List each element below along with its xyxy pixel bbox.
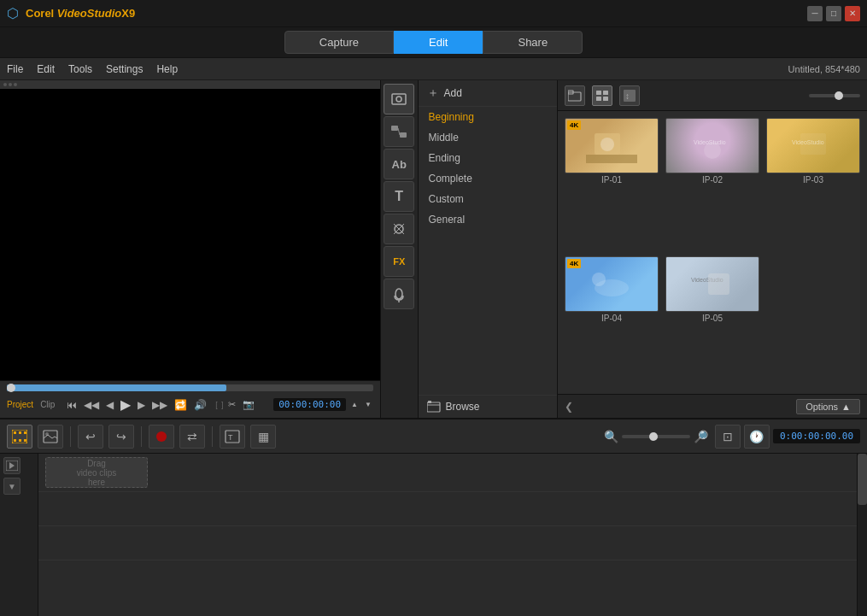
add-label[interactable]: Add <box>444 87 462 99</box>
play-button[interactable]: ▶ <box>119 395 132 414</box>
scrubber-bar[interactable] <box>7 384 373 391</box>
thumbnail-ip05: VideoStudio <box>665 256 759 312</box>
menu-help[interactable]: Help <box>156 63 178 75</box>
tab-share[interactable]: Share <box>483 31 583 54</box>
tab-capture[interactable]: Capture <box>284 31 394 54</box>
zoom-out-button[interactable]: 🔍 <box>604 430 618 443</box>
tl-record-button[interactable] <box>149 425 174 449</box>
title-track <box>38 560 857 595</box>
tl-img-button[interactable] <box>38 425 63 449</box>
project-label[interactable]: Project <box>7 400 33 409</box>
thumb-label-ip04: IP-04 <box>601 314 622 323</box>
effect-custom[interactable]: Custom <box>419 189 558 209</box>
svg-rect-3 <box>400 132 407 138</box>
step-back-button[interactable]: ◀ <box>104 397 115 413</box>
mode-tabs: Capture Edit Share <box>0 27 867 58</box>
list-item[interactable]: 4K IP-01 <box>565 118 659 249</box>
timecode-up[interactable]: ▲ <box>349 399 360 410</box>
trim-button[interactable]: ✂ <box>226 397 237 412</box>
list-item[interactable]: VideoStudio IP-03 <box>766 118 860 249</box>
track-icon-down[interactable]: ▼ <box>3 478 21 495</box>
project-info: Untitled, 854*480 <box>788 64 860 74</box>
list-item[interactable]: 4K IP-04 <box>565 256 659 388</box>
window-controls: ─ □ ✕ <box>807 6 860 21</box>
chevron-left-icon[interactable]: ❮ <box>565 401 573 413</box>
timeline-content: ▼ Drag video clips here <box>0 454 867 616</box>
zoom-slider-container <box>809 94 860 97</box>
tl-title-button[interactable]: T <box>220 425 245 449</box>
audio-tool-button[interactable] <box>384 279 414 309</box>
timecode-down[interactable]: ▼ <box>363 399 373 410</box>
zoom-in-button[interactable]: 🔎 <box>694 430 708 443</box>
maximize-button[interactable]: □ <box>826 6 841 21</box>
effects-panel: ＋ Add Beginning Middle Ending Complete C… <box>419 80 559 418</box>
svg-text:↕: ↕ <box>625 91 630 101</box>
tl-swap-button[interactable]: ⇄ <box>179 425 205 449</box>
menu-edit[interactable]: Edit <box>37 63 55 75</box>
scrollbar-vertical[interactable] <box>857 454 867 616</box>
zoom-slider-timeline[interactable] <box>622 435 690 438</box>
transition-tool-button[interactable] <box>384 116 414 147</box>
prev-frame-button[interactable]: ◀◀ <box>82 397 101 413</box>
track-icon-video[interactable] <box>3 457 21 474</box>
sort-icon[interactable]: ↕ <box>619 85 640 106</box>
play-end-button[interactable]: ▶▶ <box>150 397 169 413</box>
list-item[interactable]: VideoStudio IP-05 <box>665 256 759 388</box>
effect-middle[interactable]: Middle <box>419 127 558 148</box>
svg-rect-32 <box>14 439 16 442</box>
tab-edit[interactable]: Edit <box>394 31 483 54</box>
tl-grid-button[interactable]: ▦ <box>250 425 276 449</box>
track-icons-panel: ▼ <box>0 454 38 616</box>
badge-4k-ip01: 4K <box>567 120 581 130</box>
text-tool-button[interactable]: T <box>384 181 414 212</box>
fx-tool-button[interactable]: FX <box>384 246 414 277</box>
svg-rect-2 <box>391 126 398 131</box>
thumbnail-ip04: 4K <box>565 256 659 312</box>
timeline-toolbar: ↩ ↪ ⇄ T ▦ 🔍 🔎 ⊡ 🕐 0:00:00:00.00 <box>0 419 867 454</box>
menu-file[interactable]: File <box>7 63 23 75</box>
svg-point-25 <box>592 273 606 286</box>
minimize-button[interactable]: ─ <box>807 6 823 21</box>
titlebar: ⬡ Corel VideoStudioX9 ─ □ ✕ <box>0 0 867 27</box>
menu-tools[interactable]: Tools <box>68 63 92 75</box>
tl-clock-button[interactable]: 🕐 <box>744 425 770 449</box>
svg-rect-34 <box>24 439 26 442</box>
folder-icon[interactable] <box>565 85 585 106</box>
audio-track <box>38 492 857 526</box>
play-start-button[interactable]: ⏮ <box>65 397 79 413</box>
menu-settings[interactable]: Settings <box>106 63 143 75</box>
zoom-slider[interactable] <box>809 94 860 97</box>
tl-film-button[interactable] <box>7 425 32 449</box>
effects-add-bar: ＋ Add <box>419 80 558 107</box>
volume-button[interactable]: 🔊 <box>192 397 208 413</box>
view-icon[interactable] <box>592 85 612 106</box>
effect-general[interactable]: General <box>419 209 558 230</box>
thumbnails-panel: ↕ 4K IP-01 VideoStudio <box>558 80 867 418</box>
title-tool-button[interactable]: Ab <box>384 149 414 179</box>
effect-beginning[interactable]: Beginning <box>419 107 558 127</box>
media-tool-button[interactable] <box>384 84 414 114</box>
close-button[interactable]: ✕ <box>845 6 860 21</box>
tl-undo-button[interactable]: ↩ <box>78 425 103 449</box>
svg-rect-29 <box>14 431 16 434</box>
effect-complete[interactable]: Complete <box>419 168 558 189</box>
effect-ending[interactable]: Ending <box>419 148 558 168</box>
timeline-area: ↩ ↪ ⇄ T ▦ 🔍 🔎 ⊡ 🕐 0:00:00:00.00 ▼ <box>0 418 867 616</box>
browse-label[interactable]: Browse <box>446 401 480 413</box>
clip-label[interactable]: Clip <box>40 400 55 409</box>
options-button[interactable]: Options ▲ <box>796 399 860 414</box>
svg-rect-12 <box>603 91 608 95</box>
video-clip-placeholder[interactable]: Drag video clips here <box>45 457 148 488</box>
tl-redo-button[interactable]: ↪ <box>108 425 134 449</box>
step-forward-button[interactable]: ▶ <box>136 397 147 413</box>
svg-rect-23 <box>800 133 826 155</box>
svg-rect-7 <box>427 402 440 412</box>
tl-fit-button[interactable]: ⊡ <box>715 425 741 449</box>
filter-tool-button[interactable] <box>384 214 414 244</box>
repeat-button[interactable]: 🔁 <box>173 397 189 413</box>
overlay-track <box>38 526 857 560</box>
snapshot-button[interactable]: 📷 <box>241 397 256 412</box>
list-item[interactable]: VideoStudio IP-02 <box>665 118 759 249</box>
project-clip-labels: Project Clip <box>7 400 55 409</box>
thumb-label-ip02: IP-02 <box>702 175 723 185</box>
